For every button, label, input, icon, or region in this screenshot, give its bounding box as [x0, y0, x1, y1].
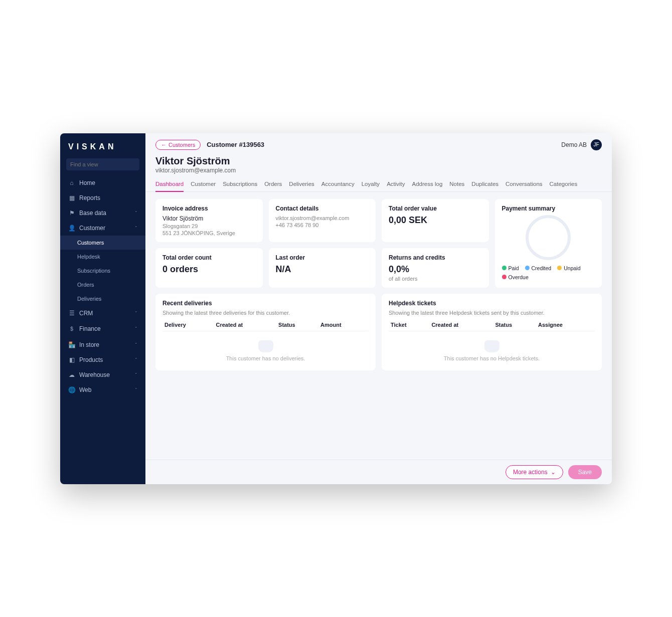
tab-duplicates[interactable]: Duplicates	[471, 179, 498, 191]
tab-customer[interactable]: Customer	[191, 179, 216, 191]
chevron-down-icon: ˅	[135, 342, 137, 347]
chevron-down-icon: ⌄	[551, 469, 556, 476]
card-title: Last order	[276, 254, 369, 261]
card-total-order-value: Total order value 0,00 SEK	[382, 199, 489, 242]
contact-email: viktor.sjostrom@example.com	[276, 215, 369, 221]
sidebar-item-orders[interactable]: Orders	[60, 278, 145, 292]
total-count: 0 orders	[162, 264, 256, 275]
page-title: Customer #139563	[207, 141, 264, 148]
sidebar-item-products[interactable]: ◧Products˅	[60, 352, 145, 367]
sidebar: VISKAN ⌂Home▦Reports⚑Base data˅👤Customer…	[60, 133, 145, 484]
tab-activity[interactable]: Activity	[387, 179, 405, 191]
tab-conversations[interactable]: Conversations	[506, 179, 543, 191]
nav-label: Customer	[79, 225, 105, 232]
tab-orders[interactable]: Orders	[264, 179, 282, 191]
card-last-order: Last order N/A	[269, 248, 376, 288]
sidebar-item-base-data[interactable]: ⚑Base data˅	[60, 205, 145, 221]
sidebar-item-warehouse[interactable]: ☁Warehouse˅	[60, 367, 145, 382]
card-recent-deliveries: Recent deliveries Showing the latest thr…	[155, 294, 376, 370]
card-invoice-address: Invoice address Viktor Sjöström Slogsgat…	[155, 199, 263, 242]
sidebar-item-in-store[interactable]: 🏪In store˅	[60, 337, 145, 352]
empty-text: This customer has no Helpdesk tickets.	[444, 355, 540, 361]
sidebar-item-customers[interactable]: Customers	[60, 236, 145, 250]
nav-label: In store	[79, 341, 99, 348]
nav-label: Home	[79, 179, 95, 186]
card-contact-details: Contact details viktor.sjostrom@example.…	[269, 199, 376, 242]
save-button[interactable]: Save	[568, 465, 602, 479]
tab-dashboard[interactable]: Dashboard	[155, 179, 184, 192]
back-label: Customers	[169, 142, 195, 148]
chevron-down-icon: ˅	[135, 311, 137, 316]
card-returns-credits: Returns and credits 0,0% of all orders	[382, 248, 489, 288]
address-name: Viktor Sjöström	[162, 215, 256, 222]
total-value: 0,00 SEK	[389, 215, 482, 226]
brand-logo: VISKAN	[60, 133, 145, 158]
sidebar-item-finance[interactable]: ＄Finance˅	[60, 321, 145, 337]
nav-label: Warehouse	[79, 371, 110, 378]
nav-icon: ◧	[68, 356, 75, 363]
column-header: Amount	[318, 319, 369, 331]
more-actions-button[interactable]: More actions ⌄	[506, 465, 563, 479]
column-header: Ticket	[389, 319, 429, 331]
donut-chart-icon	[526, 215, 571, 260]
empty-icon	[258, 340, 273, 352]
sidebar-item-subscriptions[interactable]: Subscriptions	[60, 264, 145, 278]
card-total-order-count: Total order count 0 orders	[155, 248, 263, 288]
chevron-down-icon: ˅	[135, 211, 137, 216]
sidebar-item-customer[interactable]: 👤Customer˄	[60, 221, 145, 236]
sidebar-item-crm[interactable]: ☰CRM˅	[60, 306, 145, 321]
legend-item: Credited	[525, 265, 552, 271]
legend-dot-icon	[557, 266, 562, 270]
card-title: Helpdesk tickets	[389, 300, 595, 307]
card-payment-summary: Payment summary PaidCreditedUnpaidOverdu…	[495, 199, 602, 288]
sidebar-item-web[interactable]: 🌐Web˅	[60, 382, 145, 397]
card-title: Recent deliveries	[162, 300, 369, 307]
nav-icon: 🏪	[68, 341, 75, 348]
returns-sub: of all orders	[389, 276, 482, 282]
tab-bar: DashboardCustomerSubscriptionsOrdersDeli…	[145, 175, 612, 192]
nav-label: Reports	[79, 194, 100, 201]
nav-icon: ▦	[68, 194, 75, 201]
chevron-down-icon: ˅	[135, 326, 137, 331]
sidebar-item-home[interactable]: ⌂Home	[60, 175, 145, 190]
nav-icon: ＄	[68, 325, 75, 333]
nav-icon: ☁	[68, 371, 75, 378]
tab-subscriptions[interactable]: Subscriptions	[223, 179, 257, 191]
legend-item: Overdue	[502, 274, 529, 280]
tab-categories[interactable]: Categories	[550, 179, 578, 191]
column-header: Status	[276, 319, 318, 331]
nav-icon: ⌂	[68, 179, 75, 186]
tab-loyalty[interactable]: Loyalty	[362, 179, 380, 191]
tab-notes[interactable]: Notes	[449, 179, 464, 191]
user-avatar[interactable]: JF	[591, 139, 602, 150]
nav-icon: 👤	[68, 225, 75, 232]
card-title: Returns and credits	[389, 254, 482, 261]
legend-dot-icon	[502, 266, 507, 270]
footer-actions: More actions ⌄ Save	[145, 460, 612, 484]
empty-icon	[484, 340, 499, 352]
tab-accountancy[interactable]: Accountancy	[321, 179, 355, 191]
nav-label: Base data	[79, 210, 106, 217]
sidebar-search-input[interactable]	[66, 158, 139, 170]
card-title: Contact details	[276, 205, 369, 212]
sidebar-item-deliveries[interactable]: Deliveries	[60, 292, 145, 306]
sidebar-item-helpdesk[interactable]: Helpdesk	[60, 250, 145, 264]
nav-label: Products	[79, 356, 103, 363]
empty-state: This customer has no Helpdesk tickets.	[389, 331, 595, 364]
chevron-down-icon: ˅	[135, 372, 137, 377]
nav-label: Web	[79, 386, 91, 393]
card-hint: Showing the latest three Helpdesk ticket…	[389, 310, 595, 316]
tenant-name: Demo AB	[561, 141, 587, 148]
column-header: Created at	[214, 319, 276, 331]
sidebar-item-reports[interactable]: ▦Reports	[60, 190, 145, 205]
address-city: 551 23 JÖNKÖPING, Sverige	[162, 230, 256, 236]
nav-icon: 🌐	[68, 386, 75, 393]
tab-deliveries[interactable]: Deliveries	[289, 179, 314, 191]
tab-address-log[interactable]: Address log	[412, 179, 443, 191]
customer-header: Viktor Sjöström viktor.sjostrom@example.…	[145, 152, 612, 175]
back-button[interactable]: ← Customers	[155, 140, 201, 150]
arrow-left-icon: ←	[161, 142, 166, 148]
legend-dot-icon	[502, 275, 507, 279]
nav-label: Finance	[79, 325, 101, 332]
empty-text: This customer has no deliveries.	[226, 355, 305, 361]
